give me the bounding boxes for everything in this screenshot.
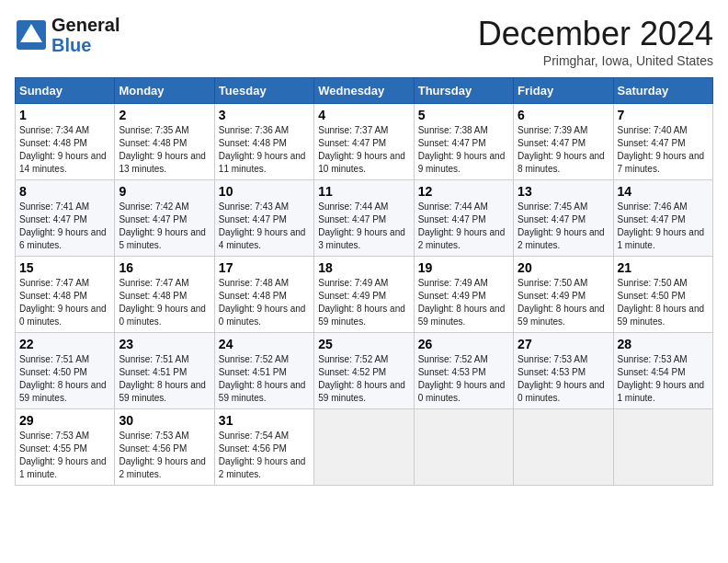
calendar-cell: 6 Sunrise: 7:39 AMSunset: 4:47 PMDayligh… (514, 104, 613, 180)
day-info: Sunrise: 7:52 AMSunset: 4:53 PMDaylight:… (418, 354, 506, 403)
calendar-cell: 28 Sunrise: 7:53 AMSunset: 4:54 PMDaylig… (613, 333, 712, 409)
calendar-cell (314, 409, 414, 486)
calendar-cell: 29 Sunrise: 7:53 AMSunset: 4:55 PMDaylig… (16, 409, 115, 486)
calendar-cell: 9 Sunrise: 7:42 AMSunset: 4:47 PMDayligh… (115, 180, 214, 257)
weekday-header-row: SundayMondayTuesdayWednesdayThursdayFrid… (16, 78, 713, 104)
calendar-cell: 26 Sunrise: 7:52 AMSunset: 4:53 PMDaylig… (414, 333, 513, 409)
calendar-cell: 24 Sunrise: 7:52 AMSunset: 4:51 PMDaylig… (214, 333, 313, 409)
calendar-cell: 31 Sunrise: 7:54 AMSunset: 4:56 PMDaylig… (214, 409, 313, 486)
day-info: Sunrise: 7:52 AMSunset: 4:51 PMDaylight:… (219, 354, 306, 403)
calendar-cell: 25 Sunrise: 7:52 AMSunset: 4:52 PMDaylig… (314, 333, 414, 409)
calendar-cell: 16 Sunrise: 7:47 AMSunset: 4:48 PMDaylig… (115, 257, 214, 333)
calendar-cell: 18 Sunrise: 7:49 AMSunset: 4:49 PMDaylig… (314, 257, 414, 333)
day-info: Sunrise: 7:48 AMSunset: 4:48 PMDaylight:… (219, 278, 306, 327)
calendar-cell: 13 Sunrise: 7:45 AMSunset: 4:47 PMDaylig… (514, 180, 613, 257)
weekday-header-wednesday: Wednesday (314, 78, 414, 104)
day-info: Sunrise: 7:50 AMSunset: 4:49 PMDaylight:… (518, 278, 605, 327)
logo-general: General (51, 15, 119, 35)
day-number: 22 (19, 337, 110, 351)
logo-icon (15, 18, 48, 52)
day-number: 4 (318, 108, 409, 122)
calendar-cell: 11 Sunrise: 7:44 AMSunset: 4:47 PMDaylig… (314, 180, 414, 257)
day-number: 17 (219, 260, 310, 275)
weekday-header-saturday: Saturday (613, 78, 712, 104)
calendar-cell: 12 Sunrise: 7:44 AMSunset: 4:47 PMDaylig… (414, 180, 513, 257)
calendar-cell: 23 Sunrise: 7:51 AMSunset: 4:51 PMDaylig… (115, 333, 214, 409)
day-number: 20 (518, 260, 609, 275)
calendar-week-row: 22 Sunrise: 7:51 AMSunset: 4:50 PMDaylig… (16, 333, 713, 409)
day-number: 15 (19, 260, 110, 275)
day-info: Sunrise: 7:52 AMSunset: 4:52 PMDaylight:… (318, 354, 405, 403)
logo: General Blue (15, 15, 119, 55)
day-info: Sunrise: 7:43 AMSunset: 4:47 PMDaylight:… (219, 201, 306, 250)
day-number: 27 (518, 337, 609, 351)
day-info: Sunrise: 7:53 AMSunset: 4:55 PMDaylight:… (19, 431, 107, 479)
calendar-cell: 30 Sunrise: 7:53 AMSunset: 4:56 PMDaylig… (115, 409, 214, 486)
title-area: December 2024 Primghar, Iowa, United Sta… (478, 15, 713, 68)
day-info: Sunrise: 7:38 AMSunset: 4:47 PMDaylight:… (418, 125, 506, 174)
day-number: 9 (119, 184, 210, 199)
calendar-cell: 8 Sunrise: 7:41 AMSunset: 4:47 PMDayligh… (16, 180, 115, 257)
calendar-cell: 1 Sunrise: 7:34 AMSunset: 4:48 PMDayligh… (16, 104, 115, 180)
calendar-week-row: 8 Sunrise: 7:41 AMSunset: 4:47 PMDayligh… (16, 180, 713, 257)
page-header: General Blue December 2024 Primghar, Iow… (15, 15, 713, 68)
calendar-cell (414, 409, 513, 486)
calendar-cell (613, 409, 712, 486)
day-number: 6 (518, 108, 609, 122)
calendar-week-row: 1 Sunrise: 7:34 AMSunset: 4:48 PMDayligh… (16, 104, 713, 180)
day-number: 11 (318, 184, 409, 199)
day-number: 2 (119, 108, 210, 122)
day-info: Sunrise: 7:47 AMSunset: 4:48 PMDaylight:… (19, 278, 107, 327)
month-title: December 2024 (478, 15, 713, 53)
weekday-header-thursday: Thursday (414, 78, 513, 104)
day-number: 13 (518, 184, 609, 199)
day-number: 8 (19, 184, 110, 199)
calendar-cell: 22 Sunrise: 7:51 AMSunset: 4:50 PMDaylig… (16, 333, 115, 409)
day-number: 7 (618, 108, 709, 122)
day-info: Sunrise: 7:39 AMSunset: 4:47 PMDaylight:… (518, 125, 605, 174)
day-info: Sunrise: 7:37 AMSunset: 4:47 PMDaylight:… (318, 125, 405, 174)
calendar-cell (514, 409, 613, 486)
day-number: 18 (318, 260, 409, 275)
day-info: Sunrise: 7:51 AMSunset: 4:51 PMDaylight:… (119, 354, 206, 403)
day-info: Sunrise: 7:46 AMSunset: 4:47 PMDaylight:… (618, 201, 705, 250)
day-info: Sunrise: 7:44 AMSunset: 4:47 PMDaylight:… (418, 201, 506, 250)
calendar-week-row: 29 Sunrise: 7:53 AMSunset: 4:55 PMDaylig… (16, 409, 713, 486)
day-info: Sunrise: 7:36 AMSunset: 4:48 PMDaylight:… (219, 125, 306, 174)
calendar-cell: 17 Sunrise: 7:48 AMSunset: 4:48 PMDaylig… (214, 257, 313, 333)
day-number: 3 (219, 108, 310, 122)
calendar-table: SundayMondayTuesdayWednesdayThursdayFrid… (15, 77, 713, 486)
day-number: 14 (618, 184, 709, 199)
day-info: Sunrise: 7:54 AMSunset: 4:56 PMDaylight:… (219, 431, 306, 479)
day-number: 29 (19, 413, 110, 428)
weekday-header-monday: Monday (115, 78, 214, 104)
day-number: 1 (19, 108, 110, 122)
day-info: Sunrise: 7:51 AMSunset: 4:50 PMDaylight:… (19, 354, 107, 403)
day-info: Sunrise: 7:47 AMSunset: 4:48 PMDaylight:… (119, 278, 206, 327)
day-info: Sunrise: 7:34 AMSunset: 4:48 PMDaylight:… (19, 125, 107, 174)
day-number: 23 (119, 337, 210, 351)
logo-blue: Blue (51, 35, 91, 55)
day-info: Sunrise: 7:49 AMSunset: 4:49 PMDaylight:… (318, 278, 405, 327)
calendar-cell: 2 Sunrise: 7:35 AMSunset: 4:48 PMDayligh… (115, 104, 214, 180)
day-number: 21 (618, 260, 709, 275)
day-number: 10 (219, 184, 310, 199)
location-title: Primghar, Iowa, United States (478, 53, 713, 68)
calendar-cell: 19 Sunrise: 7:49 AMSunset: 4:49 PMDaylig… (414, 257, 513, 333)
day-info: Sunrise: 7:44 AMSunset: 4:47 PMDaylight:… (318, 201, 405, 250)
day-info: Sunrise: 7:50 AMSunset: 4:50 PMDaylight:… (618, 278, 705, 327)
day-info: Sunrise: 7:40 AMSunset: 4:47 PMDaylight:… (618, 125, 705, 174)
weekday-header-sunday: Sunday (16, 78, 115, 104)
calendar-cell: 15 Sunrise: 7:47 AMSunset: 4:48 PMDaylig… (16, 257, 115, 333)
day-number: 25 (318, 337, 409, 351)
calendar-week-row: 15 Sunrise: 7:47 AMSunset: 4:48 PMDaylig… (16, 257, 713, 333)
day-info: Sunrise: 7:41 AMSunset: 4:47 PMDaylight:… (19, 201, 107, 250)
day-number: 24 (219, 337, 310, 351)
day-info: Sunrise: 7:45 AMSunset: 4:47 PMDaylight:… (518, 201, 605, 250)
calendar-cell: 5 Sunrise: 7:38 AMSunset: 4:47 PMDayligh… (414, 104, 513, 180)
day-info: Sunrise: 7:49 AMSunset: 4:49 PMDaylight:… (418, 278, 506, 327)
calendar-cell: 20 Sunrise: 7:50 AMSunset: 4:49 PMDaylig… (514, 257, 613, 333)
calendar-cell: 27 Sunrise: 7:53 AMSunset: 4:53 PMDaylig… (514, 333, 613, 409)
day-number: 28 (618, 337, 709, 351)
calendar-cell: 7 Sunrise: 7:40 AMSunset: 4:47 PMDayligh… (613, 104, 712, 180)
